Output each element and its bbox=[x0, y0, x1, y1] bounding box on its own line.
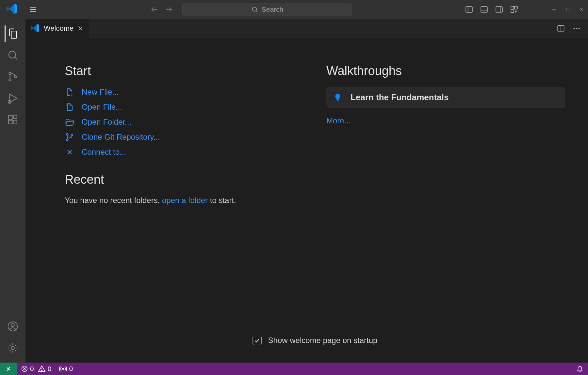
menu-button[interactable] bbox=[28, 5, 38, 14]
search-input[interactable]: Search bbox=[182, 3, 352, 16]
start-link-label: New File... bbox=[82, 87, 119, 97]
activity-bar bbox=[0, 19, 25, 363]
start-open-file[interactable]: Open File... bbox=[65, 102, 303, 112]
svg-line-4 bbox=[256, 11, 257, 12]
svg-point-21 bbox=[9, 79, 11, 81]
tab-welcome[interactable]: Welcome bbox=[25, 19, 89, 38]
start-link-label: Open Folder... bbox=[82, 117, 131, 127]
svg-rect-24 bbox=[8, 116, 12, 119]
vscode-logo-icon bbox=[7, 4, 18, 15]
show-on-startup-checkbox[interactable] bbox=[253, 336, 262, 345]
more-actions-button[interactable] bbox=[572, 24, 581, 33]
svg-point-36 bbox=[576, 28, 577, 29]
nav-forward-button[interactable] bbox=[165, 5, 173, 14]
start-new-file[interactable]: New File... bbox=[65, 87, 303, 97]
window-minimize-button[interactable] bbox=[550, 6, 558, 13]
status-bar: 0 0 0 bbox=[0, 363, 588, 375]
git-branch-icon bbox=[65, 132, 74, 142]
start-link-label: Open File... bbox=[82, 102, 122, 112]
recent-heading: Recent bbox=[65, 173, 303, 187]
activity-run-debug[interactable] bbox=[5, 87, 21, 109]
tab-title: Welcome bbox=[44, 24, 74, 33]
folder-open-icon bbox=[65, 117, 74, 127]
open-folder-link[interactable]: open a folder bbox=[162, 196, 208, 205]
warning-icon bbox=[38, 365, 46, 373]
status-notifications[interactable] bbox=[572, 363, 588, 375]
nav-back-button[interactable] bbox=[150, 5, 159, 14]
svg-point-47 bbox=[62, 368, 64, 369]
error-icon bbox=[21, 365, 28, 372]
svg-point-22 bbox=[14, 76, 17, 78]
start-link-label: Connect to... bbox=[82, 148, 126, 157]
welcome-page: Start New File... Open File. bbox=[25, 38, 588, 363]
status-errors-count: 0 bbox=[30, 365, 34, 373]
svg-rect-15 bbox=[566, 8, 569, 11]
recent-empty-text: You have no recent folders, open a folde… bbox=[65, 196, 303, 205]
svg-rect-7 bbox=[481, 7, 487, 12]
vscode-logo-icon bbox=[31, 24, 40, 33]
walkthroughs-heading: Walkthroughs bbox=[326, 64, 565, 78]
search-placeholder: Search bbox=[262, 6, 284, 13]
activity-explorer[interactable] bbox=[5, 23, 21, 44]
lightbulb-icon bbox=[334, 93, 343, 102]
svg-point-29 bbox=[11, 323, 14, 327]
walkthroughs-more-link[interactable]: More... bbox=[326, 116, 351, 125]
activity-settings[interactable] bbox=[5, 337, 21, 359]
split-editor-button[interactable] bbox=[557, 24, 565, 33]
status-remote-button[interactable] bbox=[0, 363, 17, 375]
svg-rect-11 bbox=[511, 6, 514, 9]
svg-rect-13 bbox=[511, 10, 514, 13]
tab-bar: Welcome bbox=[25, 19, 588, 38]
svg-point-39 bbox=[66, 139, 68, 140]
titlebar: Search bbox=[0, 0, 588, 19]
customize-layout-button[interactable] bbox=[510, 5, 519, 14]
svg-point-18 bbox=[9, 51, 16, 58]
open-file-icon bbox=[65, 102, 74, 112]
svg-point-20 bbox=[9, 72, 11, 75]
svg-rect-41 bbox=[337, 100, 338, 101]
start-clone-repo[interactable]: Clone Git Repository... bbox=[65, 132, 303, 142]
svg-point-37 bbox=[579, 28, 580, 29]
walkthrough-title: Learn the Fundamentals bbox=[351, 92, 449, 102]
start-heading: Start bbox=[65, 64, 303, 78]
walkthrough-learn-fundamentals[interactable]: Learn the Fundamentals bbox=[326, 87, 565, 108]
svg-point-40 bbox=[71, 134, 73, 136]
toggle-panel-button[interactable] bbox=[480, 5, 489, 14]
window-maximize-button[interactable] bbox=[564, 6, 572, 13]
svg-point-3 bbox=[252, 7, 256, 11]
show-on-startup-label: Show welcome page on startup bbox=[268, 336, 378, 345]
svg-point-38 bbox=[66, 133, 68, 135]
status-problems[interactable]: 0 0 bbox=[17, 363, 55, 375]
new-file-icon bbox=[65, 87, 74, 97]
svg-rect-9 bbox=[496, 7, 502, 12]
start-connect-to[interactable]: Connect to... bbox=[65, 147, 303, 157]
bell-icon bbox=[576, 365, 583, 372]
svg-rect-25 bbox=[8, 120, 12, 124]
toggle-secondary-sidebar-button[interactable] bbox=[495, 5, 504, 14]
status-ports-count: 0 bbox=[69, 365, 73, 373]
svg-line-19 bbox=[15, 57, 17, 60]
toggle-primary-sidebar-button[interactable] bbox=[465, 5, 474, 14]
activity-source-control[interactable] bbox=[5, 66, 21, 87]
svg-point-35 bbox=[573, 28, 575, 29]
tab-close-button[interactable] bbox=[77, 25, 83, 31]
window-close-button[interactable] bbox=[578, 6, 585, 13]
search-icon bbox=[251, 6, 258, 13]
start-link-label: Clone Git Repository... bbox=[82, 133, 160, 142]
svg-rect-5 bbox=[466, 7, 472, 12]
remote-icon bbox=[65, 147, 74, 157]
activity-extensions[interactable] bbox=[5, 109, 21, 131]
svg-point-30 bbox=[11, 346, 14, 350]
svg-rect-27 bbox=[14, 115, 17, 118]
activity-search[interactable] bbox=[5, 44, 21, 66]
broadcast-icon bbox=[59, 365, 67, 373]
start-open-folder[interactable]: Open Folder... bbox=[65, 117, 303, 127]
svg-rect-12 bbox=[514, 6, 517, 9]
status-warnings-count: 0 bbox=[48, 365, 52, 373]
svg-rect-26 bbox=[13, 120, 17, 124]
svg-point-46 bbox=[41, 370, 42, 371]
status-ports[interactable]: 0 bbox=[55, 363, 77, 375]
activity-accounts[interactable] bbox=[5, 316, 21, 337]
